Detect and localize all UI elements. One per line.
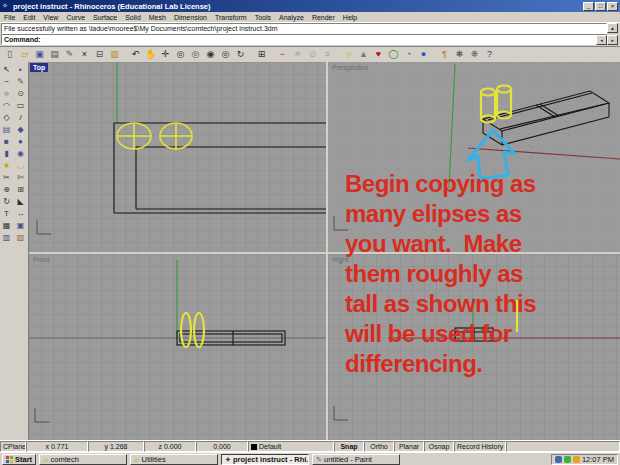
lock-objects-icon[interactable]: ⊙	[306, 48, 319, 61]
surface-icon[interactable]: ▤	[0, 124, 13, 136]
cplane-button[interactable]: CPlane	[0, 441, 26, 452]
status-toggle-record-history[interactable]: Record History	[454, 441, 506, 452]
layer-pane[interactable]: Default	[248, 441, 334, 452]
task-button-utilities[interactable]: ▱Utilities	[130, 454, 218, 465]
fillet-icon[interactable]: ◡	[14, 160, 27, 172]
menu-dimension[interactable]: Dimension	[170, 12, 211, 23]
start-button[interactable]: Start	[2, 454, 36, 465]
surface-corner-icon[interactable]: ◆	[14, 124, 27, 136]
status-toggle-planar[interactable]: Planar	[394, 441, 424, 452]
selected-ellipse-solids[interactable]	[481, 86, 511, 123]
last-tool-icon[interactable]: ▧	[14, 232, 27, 244]
text-tool-icon[interactable]: T	[0, 208, 13, 220]
options-gear-icon[interactable]: ✱	[453, 48, 466, 61]
selected-ellipse-1[interactable]	[117, 123, 151, 149]
sphere-tool-icon[interactable]: ◔	[402, 48, 415, 61]
group-icon[interactable]: ⊞	[14, 184, 27, 196]
print-icon[interactable]: ▤	[48, 48, 61, 61]
cylinder-icon[interactable]: ▮	[0, 148, 13, 160]
circle-icon[interactable]: ○	[0, 88, 13, 100]
menu-surface[interactable]: Surface	[89, 12, 121, 23]
sphere-icon[interactable]: ●	[14, 136, 27, 148]
tray-icon-1[interactable]	[555, 456, 562, 463]
viewport-top-label[interactable]: Top	[30, 63, 48, 72]
pan-icon[interactable]: ✋	[144, 48, 157, 61]
menu-analyze[interactable]: Analyze	[275, 12, 308, 23]
render-icon[interactable]: ♥	[372, 48, 385, 61]
hide-objects-icon[interactable]: −	[276, 48, 289, 61]
status-toggle-ortho[interactable]: Ortho	[364, 441, 394, 452]
task-button-comtech[interactable]: ▱comtech	[39, 454, 127, 465]
rotate-view-icon[interactable]: ↻	[234, 48, 247, 61]
zoom-icon[interactable]: ◎	[174, 48, 187, 61]
toolbar-layout-icon[interactable]: ❋	[468, 48, 481, 61]
viewport-layout-icon[interactable]: ⊞	[255, 48, 268, 61]
curve-icon[interactable]: ~	[0, 76, 13, 88]
command-scroll-left-button[interactable]: ◂	[596, 35, 607, 45]
viewport-perspective-label[interactable]: Perspective	[329, 63, 372, 72]
menu-transform[interactable]: Transform	[211, 12, 251, 23]
render-mesh-icon[interactable]: ▥	[0, 232, 13, 244]
zoom-extents-icon[interactable]: ◎	[219, 48, 232, 61]
scale-icon[interactable]: ◣	[14, 196, 27, 208]
task-button-project-instruct-rhi[interactable]: ✦project instruct - Rhi...	[221, 454, 309, 465]
array-icon[interactable]: ▦	[0, 220, 13, 232]
line-icon[interactable]: /	[14, 112, 27, 124]
menu-tools[interactable]: Tools	[251, 12, 275, 23]
move-icon[interactable]: ✛	[159, 48, 172, 61]
shaded-view-icon[interactable]: ▲	[357, 48, 370, 61]
zoom-dynamic-icon[interactable]: ◉	[204, 48, 217, 61]
zoom-window-icon[interactable]: ◎	[189, 48, 202, 61]
save-file-icon[interactable]: ▣	[33, 48, 46, 61]
open-file-icon[interactable]: ▱	[18, 48, 31, 61]
command-input[interactable]	[43, 35, 606, 44]
copy-icon[interactable]: ⊟	[93, 48, 106, 61]
command-scroll-right-button[interactable]: ▸	[607, 35, 618, 45]
menu-edit[interactable]: Edit	[19, 12, 39, 23]
tray-icon-2[interactable]	[564, 456, 571, 463]
menu-curve[interactable]: Curve	[62, 12, 89, 23]
lightbulb-icon[interactable]: ☼	[342, 48, 355, 61]
rotate-3d-icon[interactable]: ↻	[0, 196, 13, 208]
layers-icon[interactable]: ≡	[321, 48, 334, 61]
show-objects-icon[interactable]: ✳	[291, 48, 304, 61]
arc-icon[interactable]: ◠	[0, 100, 13, 112]
point-icon[interactable]: ▪	[14, 64, 27, 76]
polygon-icon[interactable]: ◇	[0, 112, 13, 124]
status-toggle-snap[interactable]: Snap	[334, 441, 364, 452]
menu-mesh[interactable]: Mesh	[145, 12, 170, 23]
minimize-button[interactable]: _	[583, 2, 594, 11]
edit-file-icon[interactable]: ✎	[63, 48, 76, 61]
viewport-top[interactable]: Top	[29, 62, 326, 252]
help-icon[interactable]: ?	[483, 48, 496, 61]
task-button-untitled-paint[interactable]: ✎untitled - Paint	[312, 454, 400, 465]
status-toggle-osnap[interactable]: Osnap	[424, 441, 454, 452]
menu-help[interactable]: Help	[339, 12, 361, 23]
notes-icon[interactable]: ¶	[438, 48, 451, 61]
dimension-tool-icon[interactable]: ↔	[14, 208, 27, 220]
split-icon[interactable]: ✄	[14, 172, 27, 184]
menu-file[interactable]: File	[0, 12, 19, 23]
paste-icon[interactable]: ▥	[108, 48, 121, 61]
curve-edit-icon[interactable]: ✎	[14, 76, 27, 88]
close-button[interactable]: ×	[607, 2, 618, 11]
earth-icon[interactable]: ●	[417, 48, 430, 61]
delete-icon[interactable]: ×	[78, 48, 91, 61]
history-scroll-up-button[interactable]: ▲	[607, 23, 618, 33]
menu-view[interactable]: View	[39, 12, 62, 23]
undo-icon[interactable]: ↶	[129, 48, 142, 61]
explode-icon[interactable]: ★	[0, 160, 13, 172]
circle-center-icon[interactable]: ⊙	[14, 88, 27, 100]
selected-ellipse-2[interactable]	[160, 123, 192, 149]
new-file-icon[interactable]: ▯	[3, 48, 16, 61]
tray-icon-3[interactable]	[573, 456, 580, 463]
join-icon[interactable]: ⊕	[0, 184, 13, 196]
select-arrow-icon[interactable]: ↖	[0, 64, 13, 76]
boolean-icon[interactable]: ▣	[14, 220, 27, 232]
maximize-button[interactable]: □	[595, 2, 606, 11]
box-icon[interactable]: ■	[0, 136, 13, 148]
rectangle-icon[interactable]: ▭	[14, 100, 27, 112]
viewport-front[interactable]: Front	[29, 254, 326, 440]
render-ring-icon[interactable]: ◯	[387, 48, 400, 61]
viewport-front-label[interactable]: Front	[30, 255, 52, 264]
